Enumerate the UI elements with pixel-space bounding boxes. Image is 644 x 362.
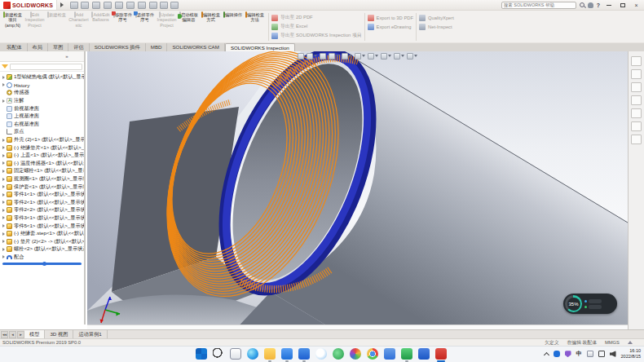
export-2d-pdf-item[interactable]: 导出至 2D PDF — [271, 14, 362, 21]
display-style-icon[interactable] — [355, 53, 365, 60]
rollback-bar[interactable] — [2, 263, 82, 265]
tree-filter-input[interactable] — [10, 64, 82, 70]
expand-arrow-icon[interactable] — [2, 99, 5, 103]
search-button[interactable] — [213, 348, 224, 360]
export-excel-item[interactable]: 导出至 Excel — [271, 23, 362, 30]
expand-arrow-icon[interactable] — [2, 139, 5, 142]
dropdown-caret-icon[interactable] — [414, 55, 417, 57]
onedrive-icon[interactable] — [554, 351, 560, 357]
displaymanager-icon[interactable] — [51, 52, 61, 61]
tree-item-part[interactable]: 观测圈<1> (默认<<默认>_显示状 — [2, 175, 84, 183]
tree-item-part[interactable]: (-) 绝缘垫片<1> (默认<<默认>_显 — [2, 143, 84, 152]
word-icon[interactable] — [418, 348, 430, 360]
undo-icon[interactable] — [126, 2, 135, 9]
tree-item-part[interactable]: (-) 垫片 (2)<2> -> (默认<<默认>_ — [2, 237, 84, 245]
tab-addins[interactable]: SOLIDWORKS 插件 — [90, 43, 146, 51]
color-wheel-app-icon[interactable] — [350, 348, 361, 360]
motion-study-tab[interactable]: 运动算例1 — [73, 330, 107, 338]
keyboard-icon[interactable] — [587, 351, 593, 357]
expand-arrow-icon[interactable] — [2, 161, 5, 165]
design-library-icon[interactable] — [631, 69, 642, 79]
edge-icon[interactable] — [247, 348, 258, 360]
zoom-fit-icon[interactable] — [298, 53, 304, 60]
expand-arrow-icon[interactable] — [2, 209, 5, 212]
expand-arrow-icon[interactable] — [2, 255, 5, 258]
export-3d-pdf-item[interactable]: Export to 3D PDF — [368, 14, 413, 21]
select-balloons-button[interactable]: 选择零件序号 — [134, 11, 156, 42]
3d-model-view[interactable] — [87, 51, 628, 329]
3d-views-tab[interactable]: 3D 视图 — [45, 330, 73, 338]
forum-icon[interactable] — [631, 135, 642, 144]
panels-icon[interactable] — [160, 2, 168, 9]
minimize-button[interactable] — [603, 1, 614, 9]
status-expand-icon[interactable] — [628, 341, 633, 344]
panel-overflow-icon[interactable]: » — [63, 52, 71, 61]
login-user-icon[interactable] — [588, 2, 593, 8]
dropdown-caret-icon[interactable] — [375, 55, 378, 57]
tab-nav-first-icon[interactable]: ◂◂ — [1, 331, 8, 338]
file-explorer-taskbar-icon[interactable] — [264, 348, 276, 360]
configurationmanager-icon[interactable] — [26, 52, 37, 61]
expand-arrow-icon[interactable] — [2, 146, 5, 149]
tab-inspection[interactable]: SOLIDWORKS Inspection — [225, 43, 295, 51]
search-input[interactable] — [501, 2, 576, 9]
edit-appearance-icon[interactable] — [381, 53, 391, 60]
print-icon[interactable] — [115, 2, 124, 9]
tree-item-part[interactable]: (-) 温度传感器<1> (默认<<默认>_ — [2, 160, 84, 168]
tree-item-sensors[interactable]: 传感器 — [2, 89, 84, 97]
filter-funnel-icon[interactable] — [2, 64, 8, 68]
tree-item-part[interactable]: 零件1<1> (默认<<默认>_显示状态 — [2, 191, 84, 199]
tree-item-part[interactable]: 零件2<2> (默认<<默认>_显示状 — [2, 206, 84, 214]
tree-item-part[interactable]: (-) 上盖<1> (默认<<默认>_显示状 — [2, 152, 84, 160]
select-icon[interactable] — [138, 2, 147, 9]
tree-item-part[interactable]: 保护套<1> (默认<<默认>_显示状 — [2, 183, 84, 191]
wps-icon[interactable] — [401, 348, 412, 360]
menu-flyout-icon[interactable] — [60, 2, 64, 7]
apply-scene-icon[interactable] — [394, 53, 404, 60]
search-icon[interactable] — [580, 2, 584, 7]
edit-inspection-project-button[interactable]: Edit Inspection Project — [24, 11, 46, 42]
view-orientation-icon[interactable] — [342, 53, 352, 60]
display-icon[interactable] — [598, 351, 605, 357]
stoplight-icon[interactable] — [149, 2, 157, 9]
net-inspect-item[interactable]: Net-Inspect — [419, 23, 454, 30]
remove-balloons-button[interactable]: 移除零件序号 — [112, 11, 134, 42]
dropdown-caret-icon[interactable] — [314, 55, 317, 57]
export-swi-project-item[interactable]: 导出至 SOLIDWORKS Inspection 项目 — [271, 32, 362, 39]
export-edrawing-item[interactable]: Export eDrawing — [368, 23, 413, 30]
close-button[interactable]: × — [631, 1, 642, 9]
expand-arrow-icon[interactable] — [2, 216, 5, 219]
new-inspection-project-button[interactable]: 新建检查项目 (amp;N) — [2, 11, 24, 42]
hide-show-items-icon[interactable] — [368, 53, 378, 60]
mail-icon[interactable] — [281, 348, 293, 360]
tree-item-part[interactable]: 零件5<1> (默认<<默认>_显示状 — [2, 222, 84, 230]
options-icon[interactable] — [170, 2, 179, 9]
tree-item-part[interactable]: 外壳 (2)<1> (默认<<默认>_显示状 — [2, 136, 84, 144]
tab-evaluate[interactable]: 评估 — [68, 43, 89, 51]
dropdown-caret-icon[interactable] — [401, 55, 404, 57]
clock[interactable]: 16:10 2022/8/15 — [621, 348, 641, 360]
help-icon[interactable]: ? — [597, 2, 600, 8]
expand-arrow-icon[interactable] — [2, 248, 5, 251]
section-view-icon[interactable] — [329, 53, 339, 60]
featuremanager-icon[interactable] — [2, 52, 12, 61]
weather-icon[interactable] — [315, 348, 327, 360]
edit-operation-button[interactable]: 编辑操作 — [222, 11, 244, 42]
tree-item-part[interactable]: 零件3<1> (默认<<默认>_显示状 — [2, 214, 84, 223]
tab-nav-prev-icon[interactable]: ◂ — [9, 331, 16, 338]
shield-icon[interactable] — [565, 351, 571, 357]
chrome-icon[interactable] — [367, 348, 378, 360]
tree-item-part[interactable]: 固定螺栓<1> (默认<<默认>_显示 — [2, 167, 84, 175]
restore-button[interactable] — [617, 1, 628, 9]
new-inspection-button[interactable]: 新建检查 — [46, 11, 68, 42]
dropdown-caret-icon[interactable] — [362, 55, 365, 57]
tree-item-mates[interactable]: 配合 — [2, 254, 84, 262]
expand-arrow-icon[interactable] — [2, 193, 5, 196]
tree-item-part[interactable]: 螺栓<2> (默认<<默认>_显示状态 — [2, 245, 84, 254]
tree-item-annotations[interactable]: 注解 — [2, 97, 84, 105]
open-icon[interactable] — [92, 2, 101, 9]
start-button[interactable] — [196, 348, 207, 360]
expand-arrow-icon[interactable] — [2, 224, 5, 227]
zoom-area-icon[interactable] — [307, 53, 317, 60]
tree-item-origin[interactable]: 原点 — [2, 128, 84, 136]
